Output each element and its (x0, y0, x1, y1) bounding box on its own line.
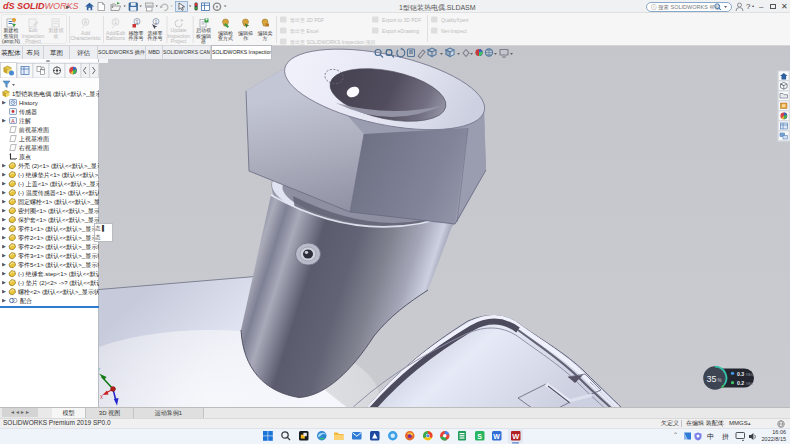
svg-text:S: S (477, 433, 482, 440)
svg-text:KB/s: KB/s (746, 382, 753, 386)
svg-text:板: 板 (53, 33, 59, 39)
svg-text:作: 作 (243, 35, 249, 41)
svg-text:QualityXpert: QualityXpert (441, 17, 469, 23)
svg-text:Balloons: Balloons (106, 35, 126, 41)
svg-text:Project: Project (171, 38, 187, 44)
svg-text:方: 方 (263, 35, 268, 42)
svg-text:Net-Inspect: Net-Inspect (441, 28, 467, 34)
svg-text:件序号: 件序号 (128, 35, 144, 42)
svg-text:中: 中 (707, 433, 714, 440)
svg-text:Y: Y (99, 368, 100, 373)
svg-text:%: % (718, 378, 722, 383)
svg-text:导出至 SOLIDWORKS Inspection 项目: 导出至 SOLIDWORKS Inspection 项目 (290, 39, 376, 46)
svg-text:Characteristic: Characteristic (70, 35, 101, 41)
svg-text:W: W (512, 432, 520, 441)
svg-text:(amp;N): (amp;N) (2, 38, 20, 44)
svg-text:器: 器 (201, 38, 206, 44)
svg-text:0.3: 0.3 (737, 371, 744, 377)
svg-text:Export to 3D PDF: Export to 3D PDF (382, 17, 421, 23)
svg-text:件序号: 件序号 (147, 35, 163, 42)
svg-text:35: 35 (707, 374, 717, 384)
svg-text:导出至 Excel: 导出至 Excel (290, 28, 319, 34)
svg-text:X: X (100, 395, 103, 400)
svg-text:W: W (493, 433, 500, 440)
svg-text:查方式: 查方式 (218, 35, 233, 42)
svg-text:KB/s: KB/s (746, 373, 753, 377)
svg-text:0.2: 0.2 (737, 380, 744, 386)
svg-text:Export eDrawing: Export eDrawing (382, 28, 419, 34)
svg-text:导出至 2D PDF: 导出至 2D PDF (290, 17, 324, 23)
svg-text:Project: Project (25, 38, 41, 44)
svg-text:拼: 拼 (722, 433, 729, 440)
svg-text:A: A (84, 20, 87, 25)
